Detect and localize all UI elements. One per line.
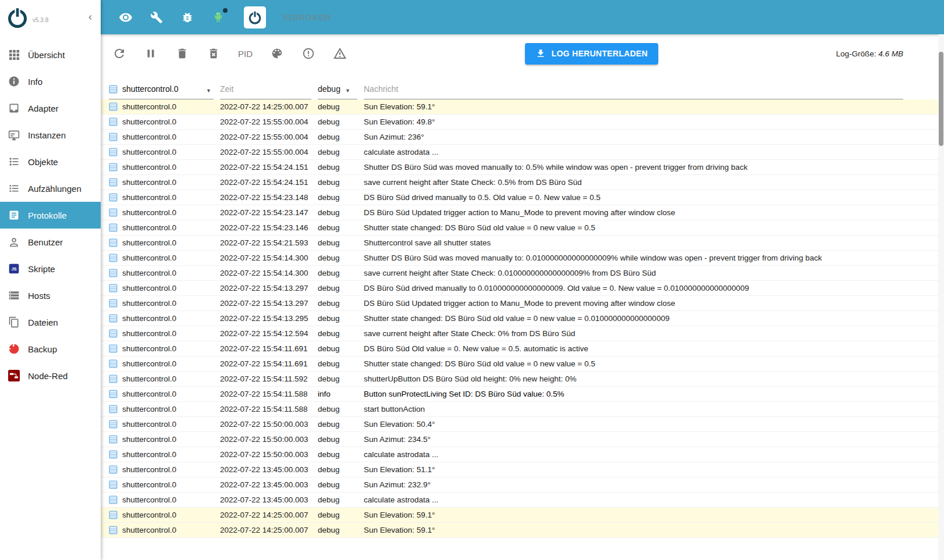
log-severity: debug (318, 435, 364, 444)
log-source: shuttercontrol.0 (122, 117, 176, 126)
pid-toggle[interactable]: PID (238, 49, 253, 59)
source-filter[interactable]: shuttercontrol.0 ▼ (109, 73, 214, 99)
shuttercontrol-adapter-icon (109, 359, 118, 368)
log-row[interactable]: shuttercontrol.0 2022-07-22 15:54:23.148… (101, 190, 944, 205)
log-row[interactable]: shuttercontrol.0 2022-07-22 14:25:00.007… (101, 508, 944, 523)
log-severity: debug (318, 359, 364, 368)
log-row[interactable]: shuttercontrol.0 2022-07-22 15:54:11.592… (101, 372, 944, 387)
log-source: shuttercontrol.0 (122, 193, 176, 202)
visibility-icon[interactable] (118, 10, 133, 25)
delete-all-icon[interactable] (207, 47, 221, 60)
download-log-button[interactable]: LOG HERUNTERLADEN (525, 43, 658, 65)
sidebar-item-objects[interactable]: Objekte (0, 148, 101, 175)
log-row[interactable]: shuttercontrol.0 2022-07-22 15:54:24.151… (101, 160, 944, 175)
version-label: v5.3.8 (33, 17, 48, 23)
log-table: shuttercontrol.0 ▼ Zeit debug ▼ Nachrich… (101, 73, 944, 560)
log-time: 2022-07-22 15:54:21.593 (220, 238, 318, 247)
log-row[interactable]: shuttercontrol.0 2022-07-22 15:54:14.300… (101, 266, 944, 281)
sidebar-item-users[interactable]: Benutzer (0, 229, 101, 255)
collapse-sidebar-button[interactable] (86, 13, 95, 22)
log-row[interactable]: shuttercontrol.0 2022-07-22 15:55:00.004… (101, 115, 944, 130)
shuttercontrol-adapter-icon (109, 284, 118, 293)
log-row[interactable]: shuttercontrol.0 2022-07-22 15:54:14.300… (101, 251, 944, 266)
log-time: 2022-07-22 15:54:11.691 (220, 359, 318, 368)
sidebar-item-logs[interactable]: Protokolle (0, 202, 101, 229)
vertical-scrollbar[interactable] (938, 34, 944, 560)
shuttercontrol-adapter-icon (109, 178, 118, 187)
chevron-down-icon[interactable]: ▼ (206, 88, 214, 94)
log-row[interactable]: shuttercontrol.0 2022-07-22 15:54:11.691… (101, 356, 944, 372)
sidebar-item-scripts[interactable]: JS Skripte (0, 255, 101, 282)
log-row[interactable]: shuttercontrol.0 2022-07-22 15:54:12.594… (101, 326, 944, 341)
scripts-icon: JS (8, 263, 20, 274)
log-row[interactable]: shuttercontrol.0 2022-07-22 14:25:00.007… (101, 99, 944, 115)
log-row[interactable]: shuttercontrol.0 2022-07-22 15:54:13.297… (101, 281, 944, 296)
log-row[interactable]: shuttercontrol.0 2022-07-22 15:54:11.588… (101, 387, 944, 402)
log-time: 2022-07-22 14:25:00.007 (220, 511, 318, 519)
android-icon[interactable] (211, 10, 226, 25)
sidebar-nav: Übersicht Info Adapter Instanzen Objekte… (0, 34, 101, 389)
refresh-icon[interactable] (112, 47, 126, 60)
log-time: 2022-07-22 15:54:23.147 (220, 208, 318, 217)
sidebar-item-instances[interactable]: Instanzen (0, 122, 101, 148)
message-filter[interactable]: Nachricht (364, 73, 903, 99)
sidebar-item-adapter[interactable]: Adapter (0, 95, 101, 122)
shuttercontrol-adapter-icon (109, 254, 118, 262)
log-row[interactable]: shuttercontrol.0 2022-07-22 15:54:23.146… (101, 220, 944, 236)
sidebar-item-backup[interactable]: Backup (0, 336, 101, 362)
log-row[interactable]: shuttercontrol.0 2022-07-22 15:50:00.003… (101, 447, 944, 462)
log-message: Sun Azimut: 232.9° (364, 480, 903, 489)
wrench-icon[interactable] (149, 10, 164, 25)
sidebar-item-nodered[interactable]: Node-Red (0, 362, 101, 389)
palette-icon[interactable] (270, 47, 284, 60)
severity-filter[interactable]: debug ▼ (318, 73, 357, 99)
log-row[interactable]: shuttercontrol.0 2022-07-22 15:55:00.004… (101, 145, 944, 160)
severity-filter-value[interactable]: debug (318, 84, 340, 94)
sidebar-item-files[interactable]: Dateien (0, 309, 101, 336)
scrollbar-thumb[interactable] (939, 52, 943, 146)
log-time: 2022-07-22 15:54:13.297 (220, 284, 318, 293)
log-time: 2022-07-22 15:54:11.588 (220, 405, 318, 413)
log-row[interactable]: shuttercontrol.0 2022-07-22 15:54:21.593… (101, 236, 944, 251)
log-row[interactable]: shuttercontrol.0 2022-07-22 15:54:23.147… (101, 205, 944, 220)
log-time: 2022-07-22 13:45:00.003 (220, 465, 318, 474)
bug-icon[interactable] (180, 10, 195, 25)
log-row[interactable]: shuttercontrol.0 2022-07-22 15:50:00.003… (101, 432, 944, 447)
sidebar-item-hosts[interactable]: Hosts (0, 282, 101, 309)
log-severity: debug (318, 208, 364, 217)
log-time: 2022-07-22 14:25:00.007 (220, 526, 318, 534)
log-row[interactable]: shuttercontrol.0 2022-07-22 15:50:00.003… (101, 417, 944, 432)
sidebar-item-grid[interactable]: Übersicht (0, 41, 101, 68)
log-row[interactable]: shuttercontrol.0 2022-07-22 15:54:13.295… (101, 311, 944, 326)
time-filter[interactable]: Zeit (220, 73, 311, 99)
chevron-down-icon[interactable]: ▼ (345, 88, 353, 94)
sidebar: v5.3.8 Übersicht Info Adapter Instanzen … (0, 0, 101, 560)
log-source: shuttercontrol.0 (122, 405, 176, 413)
log-row[interactable]: shuttercontrol.0 2022-07-22 15:54:11.691… (101, 341, 944, 356)
log-row[interactable]: shuttercontrol.0 2022-07-22 15:54:11.588… (101, 402, 944, 417)
source-filter-value[interactable]: shuttercontrol.0 (122, 84, 179, 94)
pause-icon[interactable] (144, 47, 158, 60)
log-row[interactable]: shuttercontrol.0 2022-07-22 13:45:00.003… (101, 493, 944, 508)
error-filter-icon[interactable] (301, 47, 315, 60)
warning-filter-icon[interactable] (333, 47, 347, 60)
shuttercontrol-adapter-icon (109, 223, 118, 232)
log-message: DS Büro Süd Updated trigger action to Ma… (364, 299, 903, 308)
log-row[interactable]: shuttercontrol.0 2022-07-22 14:25:00.007… (101, 523, 944, 538)
log-row[interactable]: shuttercontrol.0 2022-07-22 15:54:24.151… (101, 175, 944, 190)
instances-icon (8, 129, 20, 141)
log-source: shuttercontrol.0 (122, 223, 176, 232)
objects-icon (8, 156, 20, 167)
delete-icon[interactable] (175, 47, 189, 60)
shuttercontrol-adapter-icon (109, 269, 118, 277)
log-row[interactable]: shuttercontrol.0 2022-07-22 15:55:00.004… (101, 130, 944, 145)
log-time: 2022-07-22 15:54:11.588 (220, 390, 318, 398)
sidebar-item-info[interactable]: Info (0, 68, 101, 95)
sidebar-item-enums[interactable]: Aufzählungen (0, 175, 101, 202)
log-row[interactable]: shuttercontrol.0 2022-07-22 13:45:00.003… (101, 462, 944, 477)
users-icon (8, 236, 20, 248)
log-severity: debug (318, 344, 364, 353)
log-row[interactable]: shuttercontrol.0 2022-07-22 13:45:00.003… (101, 477, 944, 493)
log-row[interactable]: shuttercontrol.0 2022-07-22 15:54:13.297… (101, 296, 944, 311)
logs-icon (8, 209, 20, 221)
